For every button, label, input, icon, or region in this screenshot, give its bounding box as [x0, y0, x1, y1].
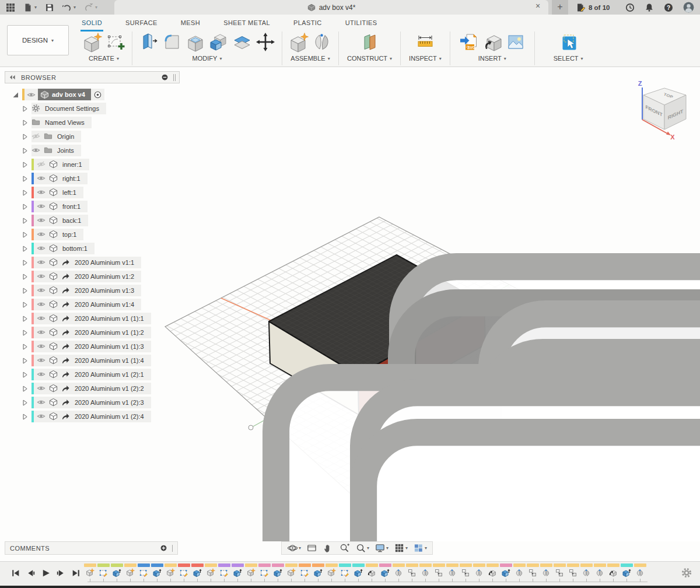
- timeline-feature-component[interactable]: [286, 564, 296, 582]
- collapse-panel-icon[interactable]: [9, 74, 16, 81]
- view-cube[interactable]: TOP FRONT RIGHT Z X: [633, 73, 700, 143]
- expand-arrow-icon[interactable]: [21, 357, 29, 365]
- feature-icon[interactable]: [501, 568, 510, 578]
- feature-icon[interactable]: [568, 568, 578, 578]
- feature-icon[interactable]: [166, 568, 175, 578]
- feature-icon[interactable]: [179, 568, 188, 578]
- visibility-eye-icon[interactable]: [37, 314, 46, 323]
- display-settings-button[interactable]: ▾: [373, 542, 390, 554]
- timeline-feature-copy[interactable]: [555, 564, 564, 582]
- look-at-button[interactable]: [304, 542, 319, 554]
- expand-arrow-icon[interactable]: [21, 329, 29, 337]
- timeline-feature-joint[interactable]: [447, 564, 457, 582]
- browser-item-2020-aluminium-v1-1-3[interactable]: 2020 Aluminium v1 (1):3: [5, 340, 180, 354]
- feature-icon[interactable]: [434, 568, 443, 578]
- comments-bar[interactable]: COMMENTS: [5, 541, 178, 555]
- joint-button[interactable]: [312, 32, 332, 52]
- expand-arrow-icon[interactable]: [21, 189, 29, 197]
- insert-menu[interactable]: INSERT▾: [478, 55, 506, 62]
- job-status[interactable]: 8 of 10: [576, 0, 610, 15]
- feature-icon[interactable]: [300, 568, 309, 578]
- browser-item-2020-aluminium-v1-2-3[interactable]: 2020 Aluminium v1 (2):3: [5, 396, 180, 410]
- timeline-feature-component[interactable]: [246, 564, 256, 582]
- feature-icon[interactable]: [340, 568, 349, 578]
- timeline-feature-copy[interactable]: [461, 564, 470, 582]
- browser-header[interactable]: BROWSER: [5, 71, 180, 83]
- browser-item-left-1[interactable]: left:1: [5, 186, 180, 200]
- step-back-button[interactable]: [26, 568, 36, 578]
- expand-arrow-icon[interactable]: [21, 175, 29, 183]
- browser-item-front-1[interactable]: front:1: [5, 200, 180, 214]
- feature-icon[interactable]: [461, 568, 470, 578]
- browser-item-right-1[interactable]: right:1: [5, 172, 180, 186]
- feature-icon[interactable]: [273, 568, 282, 578]
- construct-menu[interactable]: CONSTRUCT▾: [347, 55, 392, 62]
- browser-root-item[interactable]: adv box v4: [5, 88, 180, 102]
- timeline-feature-extrude[interactable]: [233, 564, 242, 582]
- feature-icon[interactable]: [367, 568, 376, 578]
- panel-resize-handle[interactable]: [173, 74, 176, 81]
- joint-badge[interactable]: [363, 432, 700, 541]
- zoom-button[interactable]: [337, 542, 352, 554]
- expand-arrow-icon[interactable]: [21, 161, 29, 169]
- feature-icon[interactable]: [327, 568, 336, 578]
- visibility-eye-icon[interactable]: [37, 356, 46, 365]
- expand-arrow-icon[interactable]: [21, 217, 29, 225]
- feature-icon[interactable]: [541, 568, 551, 578]
- visibility-eye-icon[interactable]: [37, 412, 46, 421]
- expand-arrow-icon[interactable]: [21, 105, 29, 113]
- feature-icon[interactable]: [112, 568, 121, 578]
- timeline-feature-extrude[interactable]: [112, 564, 121, 582]
- expand-arrow-icon[interactable]: [21, 259, 29, 267]
- timeline-feature-insert[interactable]: [488, 564, 497, 582]
- timeline-feature-component[interactable]: [327, 564, 336, 582]
- visibility-eye-icon[interactable]: [37, 160, 46, 169]
- visibility-eye-icon[interactable]: [37, 300, 46, 309]
- viewports-button[interactable]: ▾: [411, 542, 429, 554]
- timeline-feature-extrude[interactable]: [152, 564, 162, 582]
- play-button[interactable]: [41, 568, 51, 578]
- timeline-feature-joint[interactable]: [595, 564, 604, 582]
- move-copy-button[interactable]: [255, 32, 276, 52]
- browser-item-named-views[interactable]: Named Views: [5, 116, 180, 130]
- feature-icon[interactable]: [394, 568, 403, 578]
- expand-arrow-icon[interactable]: [21, 301, 29, 309]
- browser-item-document-settings[interactable]: Document Settings: [5, 102, 180, 116]
- ribbon-tab-utilities[interactable]: UTILITIES: [344, 18, 379, 32]
- timeline-feature-copy[interactable]: [528, 564, 537, 582]
- file-menu-icon[interactable]: [23, 3, 33, 12]
- shell-button[interactable]: [185, 32, 206, 52]
- feature-icon[interactable]: [528, 568, 537, 578]
- activate-component-radio[interactable]: [93, 90, 102, 99]
- select-button[interactable]: [558, 32, 579, 52]
- feature-icon[interactable]: [622, 568, 631, 578]
- insert-mesh-button[interactable]: [482, 32, 503, 52]
- construction-plane-button[interactable]: [359, 32, 380, 52]
- visibility-eye-icon[interactable]: [37, 286, 46, 295]
- browser-item-top-1[interactable]: top:1: [5, 228, 180, 242]
- workspace-switcher[interactable]: DESIGN ▾: [7, 25, 69, 55]
- press-pull-button[interactable]: [138, 32, 159, 52]
- browser-item-origin[interactable]: Origin: [5, 130, 180, 144]
- timeline-feature-sketch[interactable]: [260, 564, 269, 582]
- expand-arrow-icon[interactable]: [21, 203, 29, 211]
- feature-icon[interactable]: [595, 568, 604, 578]
- zoom-window-button[interactable]: ▾: [354, 542, 371, 554]
- timeline-feature-component[interactable]: [125, 564, 135, 582]
- redo-button[interactable]: [84, 3, 93, 12]
- timeline-feature-sketch[interactable]: [300, 564, 309, 582]
- browser-item-2020-aluminium-v1-2-1[interactable]: 2020 Aluminium v1 (2):1: [5, 368, 180, 382]
- orbit-button[interactable]: ▾: [285, 542, 303, 554]
- insert-canvas-button[interactable]: [505, 32, 526, 52]
- ribbon-tab-surface[interactable]: SURFACE: [124, 18, 159, 32]
- expand-arrow-icon[interactable]: [21, 399, 29, 407]
- feature-icon[interactable]: [152, 568, 162, 578]
- go-to-end-button[interactable]: [71, 568, 81, 578]
- browser-item-2020-aluminium-v1-1-4[interactable]: 2020 Aluminium v1 (1):4: [5, 354, 180, 368]
- visibility-eye-icon[interactable]: [37, 174, 46, 183]
- timeline-feature-component[interactable]: [206, 564, 215, 582]
- timeline-feature-extrude[interactable]: [501, 564, 510, 582]
- expand-arrow-icon[interactable]: [21, 245, 29, 253]
- pan-button[interactable]: [321, 542, 335, 554]
- insert-svg-button[interactable]: [459, 32, 480, 52]
